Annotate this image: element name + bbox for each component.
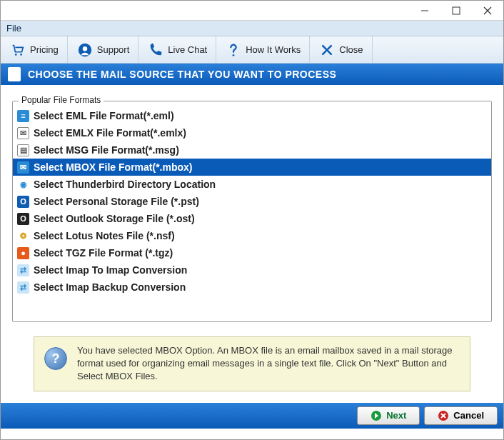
pricing-label: Pricing [30,44,59,55]
footer-bar: Next Cancel [1,403,503,429]
livechat-button[interactable]: Live Chat [138,36,216,63]
info-icon: ? [44,347,67,370]
howitworks-label: How It Works [246,44,301,55]
livechat-label: Live Chat [168,44,207,55]
close-window-button[interactable] [472,1,503,20]
format-label: Select Thunderbird Directory Location [34,179,216,190]
next-button[interactable]: Next [357,406,420,425]
format-option[interactable]: ≡Select EML File Format(*.eml) [13,107,491,124]
main-content: Popular File Formats ≡Select EML File Fo… [1,85,503,403]
menu-file[interactable]: File [6,23,21,34]
cancel-icon [438,410,449,421]
group-legend: Popular File Formats [19,95,104,105]
format-icon: ≡ [17,110,29,122]
format-option[interactable]: OSelect Outlook Storage File (*.ost) [13,210,491,227]
format-icon: O [17,213,29,225]
format-icon: O [17,196,29,208]
close-label: Close [339,44,363,55]
format-option[interactable]: ▤Select MSG File Format(*.msg) [13,141,491,159]
format-icon: ❂ [17,230,29,242]
format-label: Select EML File Format(*.eml) [34,110,174,121]
format-icon: ◉ [17,179,29,191]
support-label: Support [97,44,130,55]
format-icon: ✉ [17,127,29,139]
howitworks-button[interactable]: How It Works [216,36,310,63]
phone-icon [147,41,164,59]
pricing-button[interactable]: Pricing [1,36,68,63]
format-label: Select MSG File Format(*.msg) [34,144,179,156]
next-label: Next [386,410,406,421]
format-label: Select Outlook Storage File (*.ost) [34,213,195,224]
format-label: Select Personal Storage File (*.pst) [34,196,199,207]
minimize-button[interactable] [409,1,440,20]
question-icon [225,41,242,59]
window-titlebar [1,1,503,21]
svg-point-4 [15,54,17,56]
svg-point-5 [20,54,22,56]
menubar: File [1,21,503,36]
support-button[interactable]: Support [68,36,139,63]
info-box: ? You have selected MBOX Option. An MBOX… [34,336,470,391]
file-formats-group: Popular File Formats ≡Select EML File Fo… [12,101,492,322]
page-title: CHOOSE THE MAIL SOURCE THAT YOU WANT TO … [28,69,336,80]
format-option[interactable]: ◉Select Thunderbird Directory Location [13,176,491,193]
close-icon [318,41,336,59]
format-icon: ✉ [17,161,29,174]
toolbar: Pricing Support Live Chat How It Works C… [1,36,503,64]
page-header: CHOOSE THE MAIL SOURCE THAT YOU WANT TO … [1,64,503,85]
format-icon: ▤ [17,144,29,156]
format-option[interactable]: ⇄Select Imap Backup Conversion [13,279,491,296]
format-icon: ● [17,247,29,259]
format-label: Select TGZ File Format (*.tgz) [34,247,173,259]
headset-icon [76,41,94,59]
format-label: Select Lotus Notes File (*.nsf) [34,230,175,241]
format-option[interactable]: ●Select TGZ File Format (*.tgz) [13,244,491,261]
format-option[interactable]: ❂Select Lotus Notes File (*.nsf) [13,227,491,244]
format-option[interactable]: ⇄Select Imap To Imap Conversion [13,261,491,279]
format-icon: ⇄ [17,264,29,276]
maximize-button[interactable] [440,1,472,20]
cancel-label: Cancel [453,410,484,421]
info-text: You have selected MBOX Option. An MBOX f… [77,344,460,384]
close-button[interactable]: Close [310,36,372,63]
svg-point-8 [233,54,235,56]
svg-point-7 [83,46,87,50]
svg-rect-1 [453,7,460,14]
format-icon: ⇄ [17,281,29,294]
cart-icon [9,41,26,59]
format-label: Select MBOX File Format(*.mbox) [34,161,192,173]
cancel-button[interactable]: Cancel [424,406,498,425]
next-icon [371,410,382,421]
document-icon [8,67,21,81]
format-option[interactable]: OSelect Personal Storage File (*.pst) [13,193,491,210]
format-option[interactable]: ✉Select EMLX File Format(*.emlx) [13,124,491,141]
format-label: Select Imap To Imap Conversion [34,264,187,276]
format-label: Select EMLX File Format(*.emlx) [34,127,186,139]
format-list: ≡Select EML File Format(*.eml)✉Select EM… [13,107,491,316]
format-option[interactable]: ✉Select MBOX File Format(*.mbox) [13,159,491,176]
format-label: Select Imap Backup Conversion [34,281,186,293]
